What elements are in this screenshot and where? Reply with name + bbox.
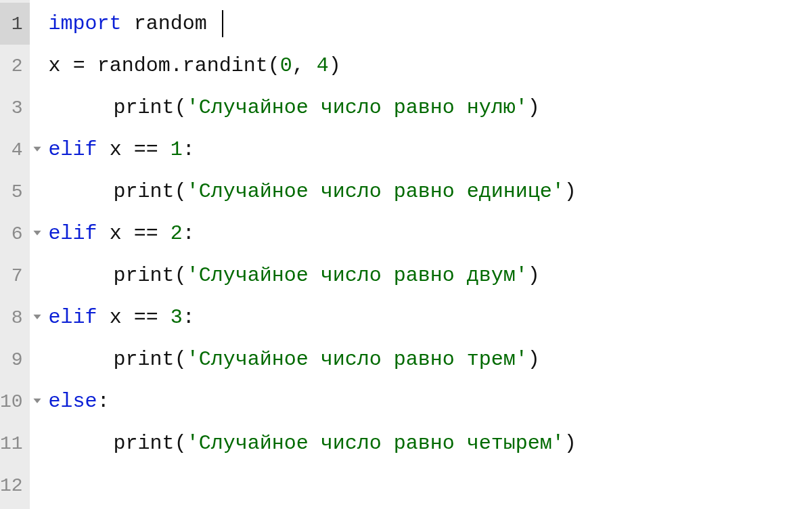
gutter-line-4[interactable]: 4 bbox=[0, 129, 30, 171]
gutter-line-2[interactable]: 2 bbox=[0, 45, 30, 87]
punct-lparen: ( bbox=[175, 96, 187, 119]
string-literal: 'Случайное число равно нулю' bbox=[187, 96, 528, 119]
line-number: 3 bbox=[12, 97, 23, 118]
punct-colon: : bbox=[183, 222, 195, 245]
identifier: print bbox=[114, 264, 175, 287]
string-literal: 'Случайное число равно трем' bbox=[187, 348, 528, 371]
identifier: x bbox=[110, 222, 122, 245]
identifier: print bbox=[114, 348, 175, 371]
code-line[interactable] bbox=[49, 464, 812, 506]
keyword-import: import bbox=[49, 12, 122, 35]
identifier: random bbox=[97, 54, 171, 77]
code-line[interactable]: else: bbox=[49, 380, 812, 422]
punct-dot: . bbox=[171, 54, 183, 77]
keyword-elif: elif bbox=[49, 138, 97, 161]
keyword-elif: elif bbox=[49, 222, 97, 245]
code-line[interactable]: import random bbox=[49, 3, 812, 45]
line-number: 12 bbox=[0, 475, 23, 496]
code-line[interactable]: print('Случайное число равно четырем') bbox=[49, 422, 812, 464]
punct-rparen: ) bbox=[329, 54, 341, 77]
punct-rparen: ) bbox=[564, 180, 577, 203]
punct-lparen: ( bbox=[175, 432, 187, 455]
string-literal: 'Случайное число равно четырем' bbox=[187, 432, 564, 455]
gutter-line-8[interactable]: 8 bbox=[0, 296, 30, 338]
gutter-line-10[interactable]: 10 bbox=[0, 380, 30, 422]
identifier: x bbox=[110, 306, 122, 329]
line-number: 8 bbox=[12, 307, 23, 328]
code-line[interactable]: print('Случайное число равно нулю') bbox=[49, 87, 812, 129]
number-literal: 3 bbox=[171, 306, 183, 329]
operator: = bbox=[73, 54, 85, 77]
line-number: 2 bbox=[12, 56, 23, 76]
gutter-line-7[interactable]: 7 bbox=[0, 255, 30, 296]
punct-rparen: ) bbox=[564, 432, 577, 455]
identifier: x bbox=[110, 138, 122, 161]
punct-lparen: ( bbox=[175, 180, 187, 203]
code-line[interactable]: elif x == 3: bbox=[49, 296, 812, 338]
keyword-else: else bbox=[49, 390, 97, 413]
line-number: 7 bbox=[12, 265, 23, 286]
code-line[interactable]: elif x == 1: bbox=[49, 129, 812, 171]
gutter-line-5[interactable]: 5 bbox=[0, 171, 30, 213]
identifier: x bbox=[49, 54, 61, 77]
number-literal: 1 bbox=[171, 138, 183, 161]
code-editor[interactable]: 1 2 3 4 5 6 7 8 bbox=[0, 0, 812, 509]
punct-lparen: ( bbox=[268, 54, 280, 77]
punct-rparen: ) bbox=[528, 348, 540, 371]
line-number: 1 bbox=[12, 14, 23, 35]
punct-colon: : bbox=[97, 390, 110, 413]
code-line[interactable]: elif x == 2: bbox=[49, 213, 812, 255]
gutter-line-11[interactable]: 11 bbox=[0, 422, 30, 464]
code-line[interactable]: print('Случайное число равно двум') bbox=[49, 255, 812, 296]
code-line[interactable]: print('Случайное число равно единице') bbox=[49, 171, 812, 213]
identifier: print bbox=[114, 180, 175, 203]
punct-lparen: ( bbox=[175, 348, 187, 371]
gutter-line-9[interactable]: 9 bbox=[0, 338, 30, 380]
punct-rparen: ) bbox=[528, 264, 540, 287]
code-area[interactable]: import random x = random.randint(0, 4) p… bbox=[30, 0, 812, 509]
operator: == bbox=[134, 306, 158, 329]
operator: == bbox=[134, 138, 158, 161]
line-gutter: 1 2 3 4 5 6 7 8 bbox=[0, 0, 30, 509]
gutter-line-1[interactable]: 1 bbox=[0, 3, 30, 45]
string-literal: 'Случайное число равно двум' bbox=[187, 264, 528, 287]
punct-colon: : bbox=[183, 138, 195, 161]
punct-rparen: ) bbox=[528, 96, 540, 119]
identifier: random bbox=[134, 12, 207, 35]
gutter-line-12[interactable]: 12 bbox=[0, 464, 30, 506]
identifier: print bbox=[114, 432, 175, 455]
line-number: 6 bbox=[12, 223, 23, 244]
line-number: 10 bbox=[0, 391, 23, 412]
gutter-line-6[interactable]: 6 bbox=[0, 213, 30, 255]
operator: == bbox=[134, 222, 158, 245]
identifier: print bbox=[114, 96, 175, 119]
punct-lparen: ( bbox=[175, 264, 187, 287]
line-number: 5 bbox=[12, 181, 23, 202]
number-literal: 4 bbox=[317, 54, 329, 77]
code-line[interactable]: print('Случайное число равно трем') bbox=[49, 338, 812, 380]
code-line[interactable]: x = random.randint(0, 4) bbox=[49, 45, 812, 87]
string-literal: 'Случайное число равно единице' bbox=[187, 180, 564, 203]
line-number: 4 bbox=[12, 139, 23, 160]
line-number: 9 bbox=[12, 349, 23, 370]
punct-comma: , bbox=[292, 54, 304, 77]
identifier: randint bbox=[183, 54, 268, 77]
keyword-elif: elif bbox=[49, 306, 97, 329]
punct-colon: : bbox=[183, 306, 195, 329]
gutter-line-3[interactable]: 3 bbox=[0, 87, 30, 129]
line-number: 11 bbox=[0, 433, 23, 454]
number-literal: 0 bbox=[280, 54, 292, 77]
text-cursor bbox=[222, 10, 223, 37]
number-literal: 2 bbox=[171, 222, 183, 245]
